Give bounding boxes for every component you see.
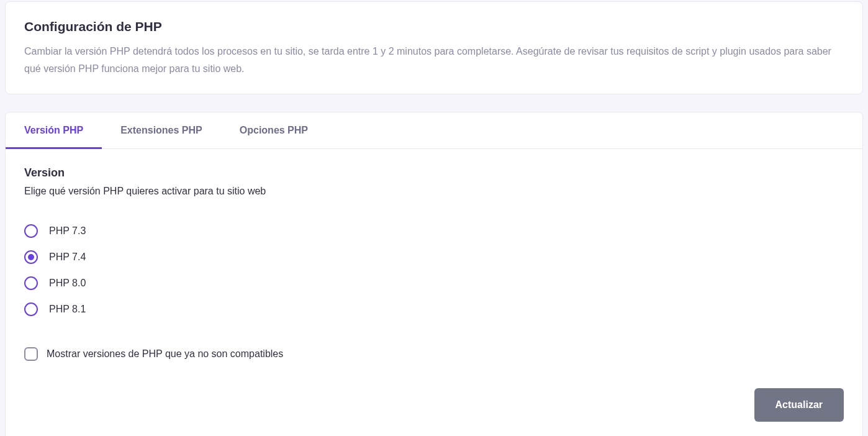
update-button[interactable]: Actualizar: [754, 388, 844, 422]
php-version-radio-group: PHP 7.3 PHP 7.4 PHP 8.0 PHP 8.1: [24, 224, 844, 316]
tab-extensions-php[interactable]: Extensiones PHP: [102, 112, 221, 149]
radio-label: PHP 8.0: [49, 278, 86, 289]
radio-php-7-4[interactable]: PHP 7.4: [24, 250, 844, 264]
php-config-header-card: Configuración de PHP Cambiar la versión …: [5, 1, 863, 94]
section-subtitle: Elige qué versión PHP quieres activar pa…: [24, 186, 844, 197]
footer-actions: Actualizar: [24, 388, 844, 422]
radio-label: PHP 7.4: [49, 252, 86, 263]
radio-php-7-3[interactable]: PHP 7.3: [24, 224, 844, 238]
radio-php-8-0[interactable]: PHP 8.0: [24, 276, 844, 290]
checkbox-label: Mostrar versiones de PHP que ya no son c…: [47, 348, 283, 360]
checkbox-icon: [24, 347, 38, 361]
radio-label: PHP 8.1: [49, 304, 86, 315]
tab-version-php[interactable]: Versión PHP: [6, 112, 102, 149]
php-config-main-card: Versión PHP Extensiones PHP Opciones PHP…: [5, 112, 863, 436]
tab-options-php[interactable]: Opciones PHP: [221, 112, 327, 149]
radio-icon: [24, 276, 38, 290]
tabs: Versión PHP Extensiones PHP Opciones PHP: [6, 112, 862, 149]
page-title: Configuración de PHP: [24, 19, 844, 34]
radio-icon: [24, 250, 38, 264]
page-description: Cambiar la versión PHP detendrá todos lo…: [24, 43, 844, 78]
radio-php-8-1[interactable]: PHP 8.1: [24, 302, 844, 316]
radio-icon: [24, 302, 38, 316]
section-title: Version: [24, 166, 844, 179]
radio-icon: [24, 224, 38, 238]
show-unsupported-checkbox[interactable]: Mostrar versiones de PHP que ya no son c…: [24, 347, 844, 361]
version-section: Version Elige qué versión PHP quieres ac…: [6, 149, 862, 436]
radio-label: PHP 7.3: [49, 225, 86, 237]
